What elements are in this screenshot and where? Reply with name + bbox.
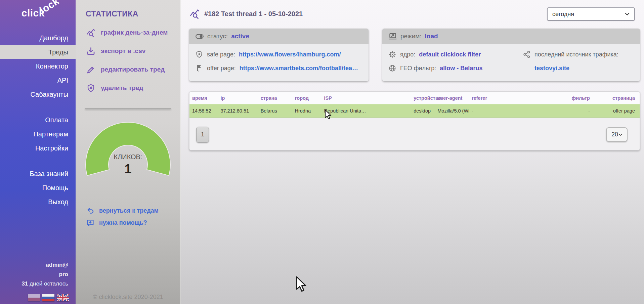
cell-referer: - xyxy=(469,104,514,118)
shield-x-icon xyxy=(86,84,95,93)
thread-title: #182 Test thread 1 - 05-10-2021 xyxy=(204,10,303,18)
page-size-select[interactable]: 20 xyxy=(606,127,628,142)
cell-ip: 37.212.80.51 xyxy=(218,104,258,118)
stats-actions: график день-за-днем экспорт в .csv редак… xyxy=(76,27,180,93)
chevron-down-icon xyxy=(624,11,630,17)
col-page: страница xyxy=(595,92,640,104)
traffic-source-link[interactable]: testovyi.site xyxy=(534,65,569,72)
nav-gap xyxy=(0,155,76,167)
sidebar-item-api[interactable]: API xyxy=(0,73,76,87)
main-content: #182 Test thread 1 - 05-10-2021 сегодня … xyxy=(181,0,644,304)
mode-card-left: ядро: default clicklock filter ГЕО фильт… xyxy=(388,49,523,77)
days-left-text: дней осталось xyxy=(28,280,68,287)
clicks-table-card: время ip страна город ISP устройство use… xyxy=(189,91,640,150)
clicks-gauge: КЛИКОВ: 1 xyxy=(84,120,172,187)
mode-label: режим: xyxy=(400,33,422,40)
cell-isp: Republican Unita… xyxy=(321,104,411,118)
sidebar-item-logout[interactable]: Выход xyxy=(0,195,76,209)
shield-star-icon xyxy=(195,50,203,58)
period-select[interactable]: сегодня xyxy=(547,7,635,21)
status-label: статус: xyxy=(207,33,228,40)
pencil-icon xyxy=(86,65,95,74)
chevron-down-icon xyxy=(618,132,623,137)
days-left-number: 31 xyxy=(22,280,28,287)
offer-page-row: offer page: https://www.smartbets.com/fo… xyxy=(195,63,362,74)
mode-card-right: последний источник трафика: testovyi.sit… xyxy=(523,49,634,77)
safe-page-url-link[interactable]: https://www.flowers4hamburg.com/ xyxy=(239,51,341,58)
cell-time: 14:58:52 xyxy=(189,104,218,118)
col-device: устройство xyxy=(411,92,435,104)
account-plan: pro xyxy=(22,271,68,278)
col-referer: referer xyxy=(469,92,514,104)
thread-header: #182 Test thread 1 - 05-10-2021 xyxy=(190,9,303,19)
launch-screen-icon xyxy=(388,32,397,41)
sidebar-item-knowledge-base[interactable]: База знаний xyxy=(0,167,76,181)
sidebar-item-partners[interactable]: Партнерам xyxy=(0,127,76,141)
action-delete-thread[interactable]: удалить тред xyxy=(76,83,180,93)
period-select-value: сегодня xyxy=(552,11,574,18)
geo-filter-value: allow - Belarus xyxy=(440,65,482,72)
mode-card: режим: load ядро: default clicklock filt… xyxy=(382,29,640,81)
cell-country: Belarus xyxy=(258,104,292,118)
gear-icon xyxy=(388,50,396,58)
sidebar-item-help[interactable]: Помощь xyxy=(0,181,76,195)
cell-device: desktop xyxy=(411,104,435,118)
account-email: admin@ xyxy=(22,262,68,268)
account-days-left: 31 дней осталось xyxy=(22,280,68,287)
nav-gap xyxy=(0,101,76,113)
col-isp: ISP xyxy=(321,92,411,104)
cell-city: Hrodna xyxy=(292,104,321,118)
offer-page-label: offer page: xyxy=(207,65,236,72)
action-label: экспорт в .csv xyxy=(101,47,145,55)
comment-plus-icon xyxy=(86,219,94,227)
action-edit-thread[interactable]: редактировать тред xyxy=(76,64,180,75)
sidebar-nav: Дашборд Треды Коннектор API Сабакаунты О… xyxy=(0,31,76,209)
action-label: график день-за-днем xyxy=(101,29,168,36)
link-label: вернуться к тредам xyxy=(99,207,159,214)
cell-page: offer page xyxy=(595,104,640,118)
clicklock-app: clicklock Дашборд Треды Коннектор API Са… xyxy=(0,0,644,304)
divider xyxy=(85,108,171,109)
brand-logo[interactable]: clicklock xyxy=(0,0,76,31)
sidebar-item-dashboard[interactable]: Дашборд xyxy=(0,31,76,45)
link-label: нужна помощь? xyxy=(99,219,147,226)
col-ip: ip xyxy=(218,92,258,104)
chart-magnifier-icon xyxy=(190,9,200,19)
download-icon xyxy=(86,47,95,56)
uk-flag-icon[interactable] xyxy=(57,294,69,301)
table-header-row: время ip страна город ISP устройство use… xyxy=(189,92,640,104)
globe-icon xyxy=(388,64,396,72)
need-help-link[interactable]: нужна помощь? xyxy=(86,219,159,227)
mode-value: load xyxy=(425,33,438,40)
sidebar-item-threads[interactable]: Треды xyxy=(0,45,76,59)
polish-flag-icon[interactable] xyxy=(28,294,40,301)
cell-filter: - xyxy=(514,104,595,118)
table-row[interactable]: 14:58:52 37.212.80.51 Belarus Hrodna Rep… xyxy=(189,104,640,118)
sidebar-item-subaccounts[interactable]: Сабакаунты xyxy=(0,87,76,101)
action-label: редактировать тред xyxy=(101,66,165,73)
offer-page-url-link[interactable]: https://www.smartbets.com/football/tea… xyxy=(240,65,358,72)
action-label: удалить тред xyxy=(101,84,143,92)
sidebar-item-connector[interactable]: Коннектор xyxy=(0,59,76,73)
sidebar: clicklock Дашборд Треды Коннектор API Са… xyxy=(0,0,76,304)
page-1-button[interactable]: 1 xyxy=(196,127,209,142)
gauge-value: 1 xyxy=(84,162,172,176)
safe-page-row: safe page: https://www.flowers4hamburg.c… xyxy=(195,49,362,60)
chart-magnifier-icon xyxy=(86,28,95,37)
back-to-threads-link[interactable]: вернуться к тредам xyxy=(86,207,159,215)
sidebar-item-settings[interactable]: Настройки xyxy=(0,141,76,155)
col-filter: фильтр xyxy=(514,92,595,104)
stats-panel: СТАТИСТИКА график день-за-днем экспорт в… xyxy=(76,0,181,304)
col-country: страна xyxy=(258,92,292,104)
action-export-csv[interactable]: экспорт в .csv xyxy=(76,46,180,56)
russian-flag-icon[interactable] xyxy=(42,294,54,301)
geo-filter-label: ГЕО фильтр: xyxy=(400,65,436,72)
sidebar-item-payment[interactable]: Оплата xyxy=(0,113,76,127)
clicks-table: время ip страна город ISP устройство use… xyxy=(189,92,640,118)
col-time: время xyxy=(189,92,218,104)
action-daily-chart[interactable]: график день-за-днем xyxy=(76,27,180,38)
core-row: ядро: default clicklock filter xyxy=(388,49,523,60)
share-icon xyxy=(523,50,531,58)
col-user-agent: user-agent xyxy=(435,92,469,104)
language-switcher xyxy=(28,294,69,301)
